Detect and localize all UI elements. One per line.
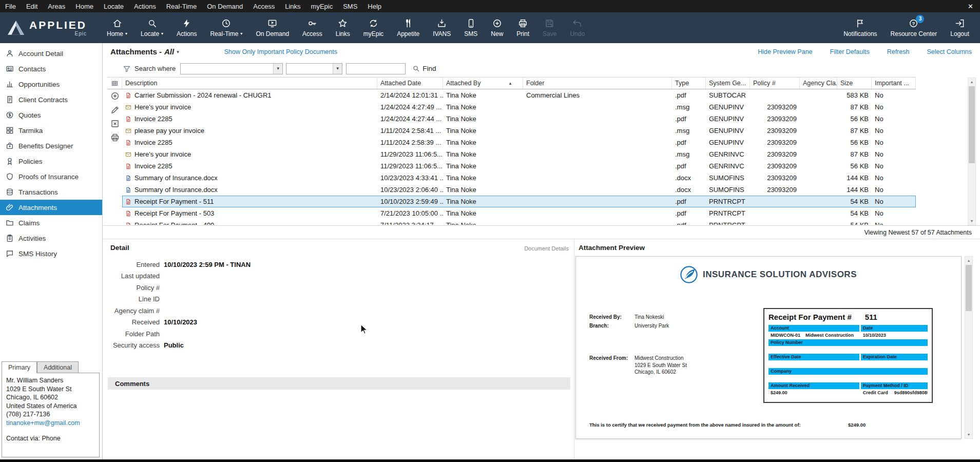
logout-button[interactable]: Logout [944,12,976,43]
sidebar-item-quotes[interactable]: Quotes [0,107,102,123]
column-header-size[interactable]: Size [837,78,872,89]
menubar-item[interactable]: On Demand [202,0,248,12]
toolbar-new-button[interactable]: New [484,12,510,43]
toolbar-undo-button[interactable]: Undo [563,12,591,43]
toolbar-actions-button[interactable]: Actions [170,12,203,43]
sidebar-item-attachments[interactable]: Attachments [0,200,102,215]
sidebar-item-account-detail[interactable]: Account Detail [0,46,102,61]
menubar-item[interactable]: Areas [43,0,70,12]
scrollbar-thumb[interactable] [966,265,972,311]
edit-attachment-button[interactable] [110,105,120,114]
scroll-down-icon[interactable]: ▼ [968,217,975,225]
toolbar-ivans-button[interactable]: IVANS [426,12,457,43]
column-header-type[interactable]: Type [672,78,706,89]
sidebar-item-tarmika[interactable]: Tarmika [0,123,102,138]
sidebar-item-policies[interactable]: Policies [0,153,102,169]
scroll-up-icon[interactable]: ▲ [965,257,972,264]
notifications-button[interactable]: Notifications [837,12,883,43]
menubar-item[interactable]: Actions [129,0,161,12]
table-row[interactable]: Receipt For Payment - 503 7/21/2023 10:0… [122,207,916,219]
table-row[interactable]: Invoice 2285 1/11/2024 2:58:39 ... Tina … [122,137,916,148]
document-details-label[interactable]: Document Details [524,245,569,252]
column-header-attached-date[interactable]: Attached Date [377,78,443,89]
search-field-dropdown[interactable]: ▼ [180,63,283,74]
toolbar-appetite-button[interactable]: Appetite [390,12,426,43]
sidebar-item-opportunities[interactable]: Opportunities [0,76,102,92]
toolbar-save-button[interactable]: Save [536,12,563,43]
column-header-important[interactable]: Important ... [872,78,916,89]
add-attachment-button[interactable] [110,91,120,101]
toolbar-locate-button[interactable]: Locate▾ [134,12,170,43]
scroll-up-icon[interactable]: ▲ [968,78,975,86]
scrollbar-thumb[interactable] [969,86,975,163]
menubar-item[interactable]: Real-Time [161,0,202,12]
toolbar-home-button[interactable]: Home▾ [100,12,134,43]
sidebar-item-sms-history[interactable]: SMS History [0,246,102,261]
sidebar-item-transactions[interactable]: Transactions [0,184,102,200]
menubar-item[interactable]: File [0,0,21,12]
table-row[interactable]: Here's your invoice 11/29/2023 11:06:5..… [122,148,916,160]
chevron-down-icon[interactable]: ▼ [273,64,282,74]
refresh-link[interactable]: Refresh [887,48,910,55]
tab-primary[interactable]: Primary [2,361,37,373]
chevron-down-icon[interactable]: ▼ [333,64,342,74]
table-row[interactable]: Invoice 2285 11/29/2023 11:06:5... Tina … [122,160,916,172]
sidebar-item-contacts[interactable]: Contacts [0,61,102,76]
toolbar-links-button[interactable]: Links [329,12,357,43]
column-header-icon[interactable] [107,78,122,89]
attachments-view-selector[interactable]: All [164,47,174,56]
contact-email-link[interactable]: tinanoke+mw@gmail.com [6,419,95,428]
print-attachment-button[interactable] [110,133,120,142]
table-row[interactable]: Carrier Submission - 2024 renewal - CHUG… [122,89,916,101]
table-row[interactable]: Summary of Insurance.docx 10/23/2023 4:3… [122,172,916,184]
tab-additional[interactable]: Additional [37,361,79,373]
column-header-folder[interactable]: Folder [523,78,672,89]
toolbar-print-button[interactable]: Print [510,12,536,43]
table-row[interactable]: Here's your invoice 1/24/2024 4:27:49 ..… [122,101,916,113]
menubar-item[interactable]: Access [248,0,280,12]
resource-center-button[interactable]: 3 Resource Center [884,12,944,43]
delete-attachment-button[interactable] [110,119,120,128]
table-row[interactable]: Receipt For Payment - 499 7/11/2023 3:24… [122,219,916,225]
table-row[interactable]: Receipt For Payment - 511 10/10/2023 2:5… [122,196,916,207]
window-close-button[interactable]: ✕ [961,3,980,10]
search-operator-dropdown[interactable]: ▼ [286,63,342,74]
sort-ascending-icon: ▲ [508,81,512,86]
table-row[interactable]: Invoice 2285 1/24/2024 4:27:44 ... Tina … [122,113,916,125]
filter-defaults-link[interactable]: Filter Defaults [830,48,870,55]
preview-scrollbar[interactable]: ▲ ▼ [965,256,973,439]
sidebar-item-benefits-designer[interactable]: Benefits Designer [0,138,102,153]
column-header-description[interactable]: Description [122,78,377,89]
menubar-item[interactable]: myEpic [306,0,338,12]
sidebar-item-proofs-of-insurance[interactable]: Proofs of Insurance [0,169,102,184]
filter-funnel-icon[interactable] [123,65,131,73]
table-row[interactable]: Summary of Insurance.docx 10/23/2023 2:0… [122,184,916,196]
column-header-policy[interactable]: Policy # [750,78,800,89]
menubar-item[interactable]: SMS [338,0,362,12]
column-header-system-generated[interactable]: System Ge... [706,78,750,89]
toolbar-real-time-button[interactable]: Real-Time▾ [203,12,249,43]
sidebar-item-client-contracts[interactable]: Client Contracts [0,92,102,107]
column-header-agency-claim[interactable]: Agency Cla... [800,78,837,89]
toolbar-sms-button[interactable]: SMS [457,12,484,43]
sidebar-item-activities[interactable]: Activities [0,230,102,246]
show-important-policy-documents-link[interactable]: Show Only Important Policy Documents [224,48,337,55]
scroll-down-icon[interactable]: ▼ [965,431,972,438]
column-header-attached-by[interactable]: Attached By▲ [443,78,523,89]
menubar-item[interactable]: Locate [99,0,129,12]
chevron-down-icon[interactable]: ▾ [177,49,179,54]
hide-preview-pane-link[interactable]: Hide Preview Pane [758,48,812,55]
table-row[interactable]: please pay your invoice 1/11/2024 2:58:4… [122,125,916,137]
menubar-item[interactable]: Edit [21,0,43,12]
menubar-item[interactable]: Links [280,0,305,12]
menubar-item[interactable]: Help [362,0,387,12]
menubar-item[interactable]: Home [70,0,99,12]
find-button[interactable]: Find [412,65,436,72]
toolbar-access-button[interactable]: Access [296,12,329,43]
select-columns-link[interactable]: Select Columns [927,48,972,55]
table-scrollbar[interactable]: ▲ ▼ [968,78,976,225]
sidebar-item-claims[interactable]: Claims [0,215,102,230]
toolbar-on-demand-button[interactable]: On Demand [249,12,296,43]
search-value-input[interactable] [346,63,406,74]
toolbar-myepic-button[interactable]: myEpic [357,12,390,43]
